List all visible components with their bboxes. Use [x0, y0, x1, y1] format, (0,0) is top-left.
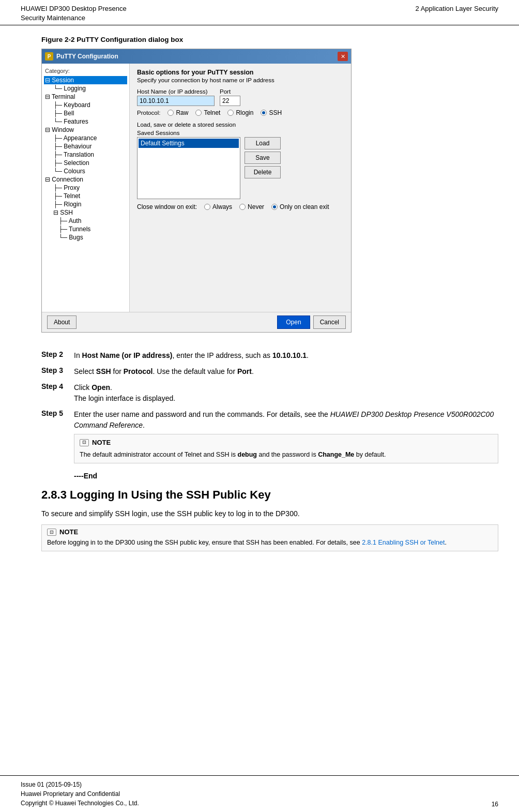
saved-sessions-row: Default Settings Load Save Delete [137, 137, 344, 199]
section-283-note-content: Before logging in to the DP300 using the… [47, 538, 493, 548]
about-button[interactable]: About [47, 315, 77, 329]
radio-always-label: Always [212, 203, 232, 210]
tree-behaviour[interactable]: ├─ Behaviour [44, 142, 127, 151]
cancel-button[interactable]: Cancel [313, 315, 346, 329]
step-2-content: In Host Name (or IP address), enter the … [74, 350, 498, 361]
open-button[interactable]: Open [277, 315, 310, 329]
tree-keyboard[interactable]: ├─ Keyboard [44, 101, 127, 109]
section-283-heading: 2.8.3 Logging In Using the SSH Public Ke… [41, 488, 498, 502]
load-button[interactable]: Load [245, 137, 281, 149]
note-header: ⊡ NOTE [80, 438, 493, 448]
section-283-link[interactable]: 2.8.1 Enabling SSH or Telnet [362, 539, 445, 546]
header-left: HUAWEI DP300 Desktop Presence Security M… [21, 4, 127, 23]
putty-title: PuTTY Configuration [56, 53, 118, 60]
section-283-title: Logging In Using the SSH Public Key [70, 488, 271, 501]
tree-rlogin[interactable]: ├─ Rlogin [44, 200, 127, 208]
radio-never-btn[interactable] [239, 204, 246, 210]
tree-colours[interactable]: └─ Colours [44, 167, 127, 175]
page-header: HUAWEI DP300 Desktop Presence Security M… [0, 0, 519, 25]
tree-telnet[interactable]: ├─ Telnet [44, 192, 127, 200]
radio-rlogin[interactable]: Rlogin [227, 109, 253, 116]
step-5-content: Enter the user name and password and run… [74, 409, 498, 466]
radio-ssh-label: SSH [269, 109, 282, 116]
step-3-label: Step 3 [41, 366, 70, 377]
tree-connection[interactable]: ⊟ Connection [44, 175, 127, 184]
radio-ssh-btn[interactable] [261, 110, 267, 116]
tree-bell[interactable]: ├─ Bell [44, 109, 127, 117]
steps-section: Step 2 In Host Name (or IP address), ent… [41, 350, 498, 466]
radio-rlogin-btn[interactable] [227, 110, 234, 116]
delete-button[interactable]: Delete [245, 166, 281, 178]
radio-ssh[interactable]: SSH [261, 109, 282, 116]
saved-sessions-listbox[interactable]: Default Settings [137, 137, 240, 199]
tree-terminal[interactable]: ⊟ Terminal [44, 93, 127, 101]
section-283-note-title: NOTE [59, 528, 78, 536]
note-icon: ⊡ [80, 439, 89, 446]
section-283-note: ⊡ NOTE Before logging in to the DP300 us… [41, 524, 498, 551]
saved-sessions-item[interactable]: Default Settings [139, 139, 239, 148]
hostname-group: Host Name (or IP address) [137, 88, 215, 106]
radio-rlogin-label: Rlogin [236, 109, 253, 116]
figure-caption: Figure 2-2 PuTTY Configuration dialog bo… [41, 36, 498, 43]
section-283-note-header: ⊡ NOTE [47, 528, 493, 536]
saved-sessions-label: Saved Sessions [137, 130, 344, 136]
radio-telnet-btn[interactable] [195, 110, 202, 116]
step-5-row: Step 5 Enter the user name and password … [41, 409, 498, 466]
radio-clean-exit[interactable]: Only on clean exit [271, 203, 329, 210]
putty-app-icon: P [45, 52, 53, 61]
note-title: NOTE [92, 438, 111, 448]
tree-translation[interactable]: ├─ Translation [44, 151, 127, 159]
section-title-header: 2 Application Layer Security [416, 4, 498, 13]
step-4-content: Click Open. The login interface is displ… [74, 382, 498, 404]
tree-tunnels[interactable]: ├─ Tunnels [44, 225, 127, 233]
host-port-row: Host Name (or IP address) Port [137, 88, 344, 106]
step-3-row: Step 3 Select SSH for Protocol. Use the … [41, 366, 498, 377]
tree-features[interactable]: └─ Features [44, 117, 127, 126]
chapter-name: Security Maintenance [21, 13, 127, 23]
page-footer: Issue 01 (2015-09-15) Huawei Proprietary… [0, 775, 519, 812]
tree-bugs[interactable]: └─ Bugs [44, 233, 127, 242]
header-right: 2 Application Layer Security [416, 4, 498, 13]
protocol-row: Protocol: Raw Telnet Rlogin [137, 109, 344, 116]
tree-auth[interactable]: ├─ Auth [44, 217, 127, 225]
tree-window[interactable]: ⊟ Window [44, 126, 127, 134]
putty-options-panel: Basic options for your PuTTY session Spe… [130, 64, 351, 312]
footer-copyright-line: Huawei Proprietary and Confidential [21, 789, 139, 799]
protocol-label: Protocol: [137, 110, 160, 116]
putty-dialog-body: Category: ⊟ Session └─ Logging ⊟ Termina… [42, 64, 351, 312]
tree-session[interactable]: ⊟ Session [44, 76, 127, 84]
hostname-input[interactable] [137, 96, 215, 106]
radio-telnet[interactable]: Telnet [195, 109, 220, 116]
tree-logging[interactable]: └─ Logging [44, 84, 127, 93]
radio-raw[interactable]: Raw [167, 109, 188, 116]
putty-category-panel: Category: ⊟ Session └─ Logging ⊟ Termina… [42, 64, 130, 312]
tree-proxy[interactable]: ├─ Proxy [44, 184, 127, 192]
page-content: Figure 2-2 PuTTY Configuration dialog bo… [0, 25, 519, 564]
radio-always-btn[interactable] [204, 204, 210, 210]
session-buttons: Load Save Delete [245, 137, 281, 199]
port-group: Port [220, 88, 240, 106]
putty-section-title: Basic options for your PuTTY session [137, 69, 344, 76]
hostname-label: Host Name (or IP address) [137, 88, 215, 95]
load-save-label: Load, save or delete a stored session [137, 122, 344, 128]
footer-page-number: 16 [492, 801, 498, 808]
tree-ssh[interactable]: ⊟ SSH [44, 208, 127, 217]
radio-always[interactable]: Always [204, 203, 232, 210]
tree-appearance[interactable]: ├─ Appearance [44, 134, 127, 142]
putty-action-buttons: Open Cancel [277, 315, 346, 329]
save-button[interactable]: Save [245, 152, 281, 164]
end-marker: ----End [74, 472, 498, 480]
step-5-label: Step 5 [41, 409, 70, 466]
tree-selection[interactable]: ├─ Selection [44, 159, 127, 167]
port-input[interactable] [220, 96, 240, 106]
close-window-label: Close window on exit: [137, 203, 197, 210]
radio-raw-btn[interactable] [167, 110, 174, 116]
section-283-note-icon: ⊡ [47, 529, 56, 536]
close-window-row: Close window on exit: Always Never Only … [137, 203, 344, 210]
putty-close-button[interactable]: ✕ [338, 52, 348, 61]
footer-copyright-detail: Copyright © Huawei Technologies Co., Ltd… [21, 799, 139, 808]
putty-titlebar-left: P PuTTY Configuration [45, 52, 118, 61]
radio-never[interactable]: Never [239, 203, 264, 210]
step-2-row: Step 2 In Host Name (or IP address), ent… [41, 350, 498, 361]
radio-clean-exit-btn[interactable] [271, 204, 278, 210]
